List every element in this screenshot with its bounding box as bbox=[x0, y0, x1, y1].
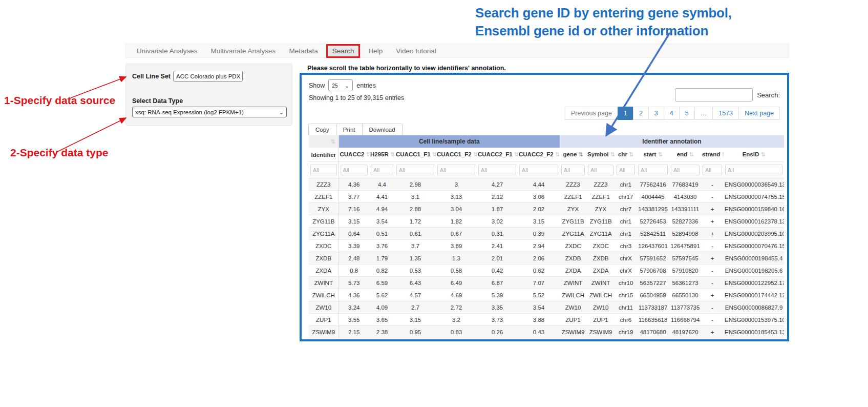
nav-tab-multivariate-analyses[interactable]: Multivariate Analyses bbox=[204, 45, 283, 57]
filter-input-chr[interactable] bbox=[617, 165, 635, 175]
cell-end: 57597545 bbox=[669, 252, 701, 264]
column-header-cuacc1-f2[interactable]: CUACC1_F2⇅ bbox=[436, 148, 477, 162]
cell-cuacc2: 4.36 bbox=[338, 178, 369, 191]
column-header-row: IdentifierCUACC2⇅H295R⇅CUACC1_F1⇅CUACC1_… bbox=[309, 148, 784, 162]
filter-input-end[interactable] bbox=[671, 165, 700, 175]
cell-cuacc1-f1: 2.98 bbox=[395, 178, 436, 191]
column-header-start[interactable]: start⇅ bbox=[637, 148, 669, 162]
filter-input-strand[interactable] bbox=[703, 165, 722, 175]
filter-input-cuacc2[interactable] bbox=[341, 165, 368, 175]
print-button[interactable]: Print bbox=[336, 124, 363, 136]
cell-symbol: ZXDB bbox=[586, 252, 615, 264]
sort-icon: ⇅ bbox=[658, 151, 662, 157]
filter-input-cuacc1-f2[interactable] bbox=[437, 165, 475, 175]
column-header-h295r[interactable]: H295R⇅ bbox=[369, 148, 395, 162]
entries-label: entries bbox=[356, 82, 376, 89]
download-button[interactable]: Download bbox=[362, 124, 403, 136]
column-header-end[interactable]: end⇅ bbox=[669, 148, 701, 162]
table-row: ZYX7.164.942.883.041.872.02ZYXZYXchr7143… bbox=[309, 203, 784, 215]
export-buttons: CopyPrintDownload bbox=[309, 124, 403, 136]
column-header-identifier[interactable]: Identifier bbox=[309, 148, 338, 162]
cell-identifier: ZXDB bbox=[309, 252, 338, 264]
page-button-3[interactable]: 3 bbox=[648, 107, 664, 120]
page-button-1[interactable]: 1 bbox=[618, 107, 633, 120]
nav-tab-univariate-analyses[interactable]: Univariate Analyses bbox=[130, 45, 204, 57]
cell-cuacc1-f2: 0.83 bbox=[436, 326, 477, 338]
column-header-cuacc1-f1[interactable]: CUACC1_F1⇅ bbox=[395, 148, 436, 162]
filter-input-symbol[interactable] bbox=[588, 165, 613, 175]
cell-start: 57591652 bbox=[637, 252, 669, 264]
filter-cell-cuacc1-f1 bbox=[395, 162, 436, 178]
cell-end: 126475891 bbox=[669, 240, 701, 252]
filter-cell-end bbox=[669, 162, 701, 178]
cell-cuacc2-f1: 3.73 bbox=[477, 314, 518, 326]
cell-cuacc1-f2: 0.58 bbox=[436, 264, 477, 277]
cell-cuacc1-f2: 1.82 bbox=[436, 215, 477, 228]
cell-chr: chr19 bbox=[615, 326, 637, 338]
filter-input-gene[interactable] bbox=[561, 165, 585, 175]
cell-h295r: 3.54 bbox=[369, 215, 395, 228]
column-header-cuacc2[interactable]: CUACC2⇅ bbox=[338, 148, 369, 162]
cell-cuacc2-f1: 4.27 bbox=[477, 178, 518, 191]
filter-input-ensid[interactable] bbox=[725, 165, 782, 175]
cell-line-set-select[interactable]: ACC Colorado plus PDX ⌄ bbox=[173, 71, 243, 82]
data-type-value: xsq: RNA-seq Expression (log2 FPKM+1) bbox=[135, 109, 244, 115]
sort-icon: ⇅ bbox=[689, 151, 693, 157]
page-button-1573[interactable]: 1573 bbox=[712, 107, 739, 120]
cell-end: 52827336 bbox=[669, 215, 701, 228]
page-length-control: Show 25 ⌄ entries bbox=[309, 79, 376, 91]
cell-symbol: ZW10 bbox=[586, 301, 615, 314]
cell-cuacc2-f1: 1.87 bbox=[477, 203, 518, 215]
cell-h295r: 4.94 bbox=[369, 203, 395, 215]
nav-tab-search[interactable]: Search bbox=[326, 44, 361, 58]
filter-input-cuacc1-f1[interactable] bbox=[396, 165, 434, 175]
previous-page-button[interactable]: Previous page bbox=[565, 107, 618, 120]
cell-cuacc2-f2: 5.52 bbox=[518, 289, 560, 301]
filter-input-cuacc2-f1[interactable] bbox=[478, 165, 516, 175]
cell-ensid: ENSG00000198205.6 bbox=[724, 264, 784, 277]
nav-tab-video-tutorial[interactable]: Video tutorial bbox=[389, 45, 443, 57]
cell-h295r: 0.82 bbox=[369, 264, 395, 277]
column-header-gene[interactable]: gene⇅ bbox=[560, 148, 586, 162]
next-page-button[interactable]: Next page bbox=[738, 107, 780, 120]
cell-cuacc1-f1: 6.43 bbox=[395, 277, 436, 289]
cell-cuacc1-f1: 3.7 bbox=[395, 240, 436, 252]
column-header-ensid[interactable]: EnsID⇅ bbox=[724, 148, 784, 162]
page-button-2[interactable]: 2 bbox=[633, 107, 649, 120]
page-button-5[interactable]: 5 bbox=[679, 107, 695, 120]
filter-cell-ensid bbox=[724, 162, 784, 178]
page-button-4[interactable]: 4 bbox=[664, 107, 680, 120]
column-header-chr[interactable]: chr⇅ bbox=[615, 148, 637, 162]
cell-ensid: ENSG00000036549.13 bbox=[724, 178, 784, 191]
filter-input-start[interactable] bbox=[638, 165, 668, 175]
cell-cuacc1-f2: 6.49 bbox=[436, 277, 477, 289]
cell-gene: ZXDB bbox=[560, 252, 586, 264]
filter-input-cuacc2-f2[interactable] bbox=[519, 165, 558, 175]
page-length-select[interactable]: 25 ⌄ bbox=[328, 79, 353, 91]
column-header-cuacc2-f1[interactable]: CUACC2_F1⇅ bbox=[477, 148, 518, 162]
search-input[interactable] bbox=[675, 88, 753, 101]
column-header-symbol[interactable]: Symbol⇅ bbox=[586, 148, 615, 162]
cell-start: 77562416 bbox=[637, 178, 669, 191]
filter-input-h295r[interactable] bbox=[371, 165, 393, 175]
control-panel: Cell Line Set ACC Colorado plus PDX ⌄ Se… bbox=[125, 64, 292, 126]
cell-gene: ZXDA bbox=[560, 264, 586, 277]
cell-ensid: ENSG00000074755.15 bbox=[724, 191, 784, 203]
cell-cuacc2: 0.64 bbox=[338, 228, 369, 240]
table-row: ZWILCH4.365.624.574.695.395.52ZWILCHZWIL… bbox=[309, 289, 784, 301]
cell-cuacc1-f2: 3.2 bbox=[436, 314, 477, 326]
cell-h295r: 5.62 bbox=[369, 289, 395, 301]
cell-strand: + bbox=[701, 203, 724, 215]
cell-symbol: ZYX bbox=[586, 203, 615, 215]
cell-start: 66504959 bbox=[637, 289, 669, 301]
column-header-cuacc2-f2[interactable]: CUACC2_F2⇅ bbox=[518, 148, 560, 162]
copy-button[interactable]: Copy bbox=[308, 124, 336, 136]
filter-input-identifier[interactable] bbox=[310, 165, 337, 175]
column-header-strand[interactable]: strand⇅ bbox=[701, 148, 724, 162]
nav-tab-metadata[interactable]: Metadata bbox=[282, 45, 324, 57]
cell-h295r: 4.41 bbox=[369, 191, 395, 203]
cell-chr: chr10 bbox=[615, 277, 637, 289]
nav-tab-help[interactable]: Help bbox=[362, 45, 389, 57]
data-type-select[interactable]: xsq: RNA-seq Expression (log2 FPKM+1) ⌄ bbox=[132, 107, 287, 117]
scroll-hint: Please scroll the table horizontally to … bbox=[307, 65, 506, 72]
